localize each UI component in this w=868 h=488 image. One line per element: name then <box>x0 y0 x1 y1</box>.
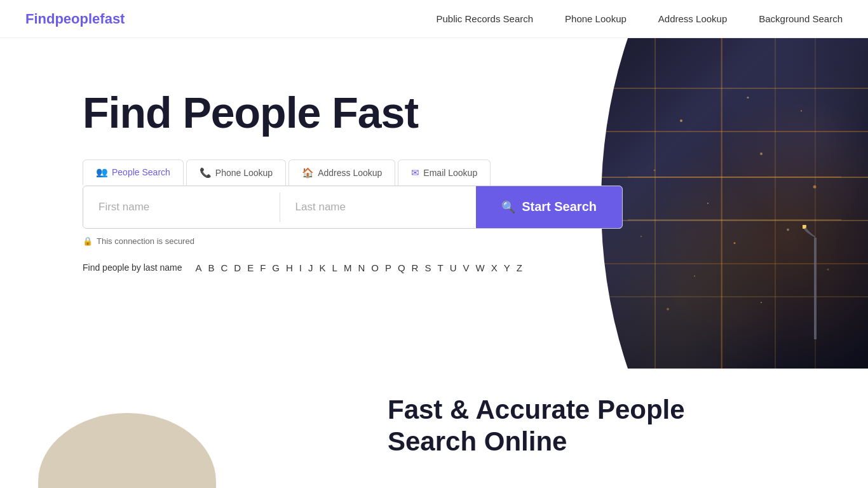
alphabet-letter-X[interactable]: X <box>488 261 501 274</box>
alphabet-letter-H[interactable]: H <box>283 261 296 274</box>
alphabet-letter-N[interactable]: N <box>355 261 368 274</box>
tab-icon-email-lookup: ✉ <box>411 167 419 179</box>
first-name-input[interactable] <box>83 186 280 228</box>
alphabet-letter-M[interactable]: M <box>341 261 355 274</box>
alphabet-letter-T[interactable]: T <box>434 261 446 274</box>
alphabet-row: Find people by last name ABCDEFGHIJKLMNO… <box>83 261 635 274</box>
main-nav: Public Records SearchPhone LookupAddress… <box>437 13 843 24</box>
bottom-decorative-shape <box>38 413 216 488</box>
bottom-text: Fast & Accurate People Search Online <box>388 394 685 458</box>
tab-icon-address-lookup: 🏠 <box>302 167 314 179</box>
tab-email-lookup[interactable]: ✉Email Lookup <box>398 159 491 186</box>
svg-point-1 <box>747 97 749 98</box>
secure-text: This connection is secured <box>97 236 194 246</box>
tab-label-phone-lookup: Phone Lookup <box>215 168 273 178</box>
svg-point-3 <box>654 170 656 172</box>
alphabet-letter-W[interactable]: W <box>472 261 487 274</box>
alphabet-letter-O[interactable]: O <box>368 261 382 274</box>
alphabet-letter-Q[interactable]: Q <box>395 261 409 274</box>
svg-rect-17 <box>814 238 817 339</box>
alphabet-label: Find people by last name <box>83 262 182 273</box>
svg-point-13 <box>761 302 762 303</box>
tab-label-address-lookup: Address Lookup <box>318 168 382 178</box>
alphabet-letter-L[interactable]: L <box>329 261 341 274</box>
alphabet-letter-D[interactable]: D <box>231 261 244 274</box>
tab-label-people-search: People Search <box>112 167 170 177</box>
tab-address-lookup[interactable]: 🏠Address Lookup <box>288 159 395 186</box>
alphabet-letter-R[interactable]: R <box>409 261 422 274</box>
alphabet-letter-U[interactable]: U <box>447 261 460 274</box>
lock-icon: 🔒 <box>83 236 93 246</box>
alphabet-letter-Y[interactable]: Y <box>501 261 513 274</box>
hero-image <box>601 38 868 369</box>
svg-point-6 <box>813 186 817 189</box>
alphabet-letter-A[interactable]: A <box>192 261 205 274</box>
hero-section: Find People Fast 👥People Search📞Phone Lo… <box>0 38 868 369</box>
search-button-label: Start Search <box>522 200 597 214</box>
svg-point-0 <box>680 119 682 122</box>
svg-point-10 <box>694 275 695 276</box>
nav-item-phone-lookup[interactable]: Phone Lookup <box>565 13 627 24</box>
start-search-button[interactable]: 🔍 Start Search <box>476 186 622 228</box>
alphabet-letter-F[interactable]: F <box>257 261 269 274</box>
alphabet-letter-S[interactable]: S <box>421 261 434 274</box>
alphabet-letter-Z[interactable]: Z <box>513 261 526 274</box>
nav-item-public-records[interactable]: Public Records Search <box>437 13 534 24</box>
secure-note: 🔒 This connection is secured <box>83 236 635 246</box>
hero-content: Find People Fast 👥People Search📞Phone Lo… <box>0 38 635 313</box>
search-tabs: 👥People Search📞Phone Lookup🏠Address Look… <box>83 159 635 186</box>
svg-point-9 <box>787 229 789 231</box>
tab-icon-people-search: 👥 <box>96 166 108 178</box>
alphabet-letter-I[interactable]: I <box>296 261 305 274</box>
tab-icon-phone-lookup: 📞 <box>200 167 212 179</box>
tab-label-email-lookup: Email Lookup <box>423 168 477 178</box>
nav-item-address-lookup[interactable]: Address Lookup <box>658 13 727 24</box>
svg-point-7 <box>641 236 642 237</box>
svg-point-4 <box>760 152 763 155</box>
logo[interactable]: Findpeoplefast <box>25 11 125 27</box>
search-icon: 🔍 <box>501 200 515 214</box>
tab-people-search[interactable]: 👥People Search <box>83 159 184 186</box>
svg-point-8 <box>734 242 736 244</box>
alphabet-letter-P[interactable]: P <box>382 261 395 274</box>
header: Findpeoplefast Public Records SearchPhon… <box>0 0 868 38</box>
svg-point-5 <box>707 203 709 204</box>
alphabet-letter-V[interactable]: V <box>459 261 472 274</box>
alphabet-letter-B[interactable]: B <box>205 261 217 274</box>
bottom-title: Fast & Accurate People Search Online <box>388 394 685 458</box>
hero-title: Find People Fast <box>83 89 635 137</box>
alphabet-letter-E[interactable]: E <box>244 261 257 274</box>
bottom-section: Fast & Accurate People Search Online <box>0 369 868 488</box>
alphabet-letter-C[interactable]: C <box>217 261 231 274</box>
alphabet-letter-G[interactable]: G <box>269 261 283 274</box>
alphabet-letter-K[interactable]: K <box>316 261 329 274</box>
svg-point-2 <box>801 110 802 111</box>
alphabet-letter-J[interactable]: J <box>305 261 316 274</box>
search-box: 🔍 Start Search <box>83 186 623 229</box>
nav-item-background-search[interactable]: Background Search <box>759 13 843 24</box>
svg-point-12 <box>667 308 669 310</box>
last-name-input[interactable] <box>280 186 477 228</box>
tab-phone-lookup[interactable]: 📞Phone Lookup <box>186 159 286 186</box>
